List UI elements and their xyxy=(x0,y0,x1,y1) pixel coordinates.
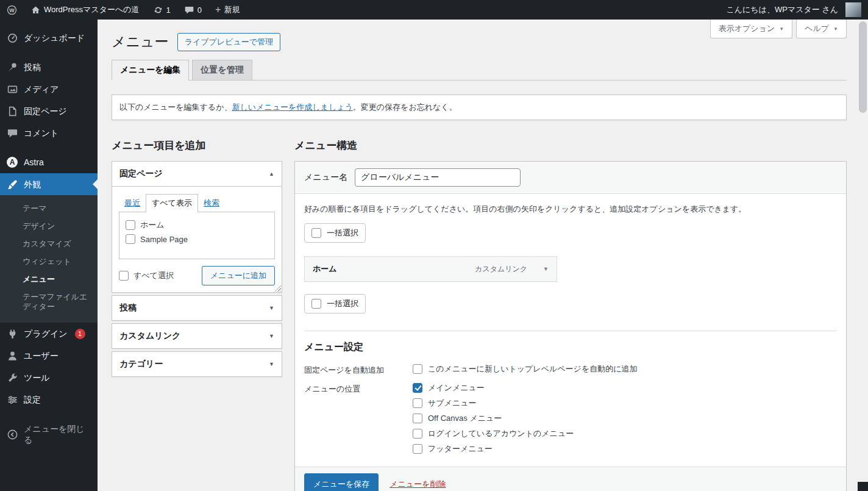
auto-add-row: 固定ページを自動追加 このメニューに新しいトップレベルページを自動的に追加 xyxy=(304,364,837,376)
pages-accordion-body: 最近 すべて表示 検索 ホーム Sample Page xyxy=(112,194,282,292)
tab-edit-menus[interactable]: メニューを編集 xyxy=(112,60,189,81)
location-option-footer[interactable]: フッターメニュー xyxy=(413,443,574,454)
menu-editor-box: メニュー名 好みの順番に各項目をドラッグしてください。項目の右側の矢印をクリック… xyxy=(294,161,847,491)
location-checkbox[interactable] xyxy=(413,444,422,454)
checkbox[interactable] xyxy=(126,220,135,230)
delete-menu-link[interactable]: メニューを削除 xyxy=(390,479,446,490)
tab-view-all[interactable]: すべて表示 xyxy=(146,194,198,212)
auto-add-checkbox[interactable] xyxy=(413,364,422,374)
submenu-item-theme-file-editor[interactable]: テーマファイルエディター xyxy=(0,288,98,315)
locations-options: メインメニュー サブメニュー Off Canvas メニュー xyxy=(413,382,574,454)
submenu-item-customize[interactable]: カスタマイズ xyxy=(0,235,98,253)
menu-structure-heading: メニュー構造 xyxy=(294,138,847,152)
bulk-select-control-top[interactable]: 一括選択 xyxy=(304,223,366,243)
sidebar-item-users[interactable]: ユーザー xyxy=(0,345,98,367)
sidebar-item-posts[interactable]: 投稿 xyxy=(0,56,98,78)
submenu-item-menus[interactable]: メニュー xyxy=(0,270,98,288)
location-label: メインメニュー xyxy=(428,382,485,393)
tab-search[interactable]: 検索 xyxy=(198,195,225,212)
scrollbar-corner xyxy=(858,482,868,491)
bulk-select-control-bottom[interactable]: 一括選択 xyxy=(304,294,366,314)
menu-name-label: メニュー名 xyxy=(304,172,347,183)
location-option-secondary[interactable]: サブメニュー xyxy=(413,398,574,409)
select-all-control[interactable]: すべて選択 xyxy=(119,270,174,281)
custom-links-accordion-header[interactable]: カスタムリンク ▼ xyxy=(112,324,282,348)
auto-add-option[interactable]: このメニューに新しいトップレベルページを自動的に追加 xyxy=(413,364,637,375)
page-icon xyxy=(6,105,18,117)
submenu-item-design[interactable]: デザイン xyxy=(0,217,98,235)
custom-links-accordion-title: カスタムリンク xyxy=(119,331,180,342)
add-to-menu-button[interactable]: メニューに追加 xyxy=(202,266,275,285)
submenu-item-themes[interactable]: テーマ xyxy=(0,199,98,217)
sidebar-item-plugins[interactable]: プラグイン 1 xyxy=(0,323,98,345)
bulk-select-label: 一括選択 xyxy=(327,298,358,309)
live-preview-button[interactable]: ライブプレビューで管理 xyxy=(177,33,280,51)
screen-options-button[interactable]: 表示オプション ▼ xyxy=(710,20,792,38)
tab-most-recent[interactable]: 最近 xyxy=(119,195,146,212)
new-content-menu[interactable]: + 新規 xyxy=(208,0,246,20)
account-menu[interactable]: こんにちは、WPマスター さん xyxy=(719,0,868,20)
bulk-select-checkbox[interactable] xyxy=(311,228,321,238)
auto-add-options: このメニューに新しいトップレベルページを自動的に追加 xyxy=(413,364,637,376)
collapse-menu-button[interactable]: メニューを閉じる xyxy=(0,418,98,450)
comments-menu[interactable]: 0 xyxy=(177,0,208,20)
location-option-account[interactable]: ログインしているアカウントのメニュー xyxy=(413,428,574,439)
location-checkbox[interactable] xyxy=(413,429,422,439)
site-menu[interactable]: WordPressマスターへの道 xyxy=(24,0,146,20)
checkbox[interactable] xyxy=(126,234,135,244)
scrollbar-track[interactable] xyxy=(858,20,868,491)
save-menu-button[interactable]: メニューを保存 xyxy=(304,473,379,491)
dashboard-icon xyxy=(6,32,18,44)
create-menu-link[interactable]: 新しいメニューを作成しましょう xyxy=(232,102,352,112)
tab-manage-locations[interactable]: 位置を管理 xyxy=(192,60,252,81)
help-button[interactable]: ヘルプ ▼ xyxy=(796,20,847,38)
sidebar-item-label: 外観 xyxy=(24,179,41,190)
menu-item-home[interactable]: ホーム カスタムリンク ▼ xyxy=(304,256,557,282)
notice-text: 以下のメニューを編集するか、 xyxy=(119,102,232,112)
posts-accordion-header[interactable]: 投稿 ▼ xyxy=(112,296,282,320)
location-option-offcanvas[interactable]: Off Canvas メニュー xyxy=(413,413,574,424)
page-list-item[interactable]: Sample Page xyxy=(126,232,268,246)
wrench-icon xyxy=(6,371,18,384)
sidebar-item-comments[interactable]: コメント xyxy=(0,122,98,144)
sidebar-item-tools[interactable]: ツール xyxy=(0,367,98,389)
updates-menu[interactable]: 1 xyxy=(146,0,177,20)
page-list-item[interactable]: ホーム xyxy=(126,218,268,232)
location-option-primary[interactable]: メインメニュー xyxy=(413,382,574,393)
updates-count: 1 xyxy=(166,5,171,15)
bulk-select-checkbox[interactable] xyxy=(311,299,321,309)
location-checkbox[interactable] xyxy=(413,398,422,408)
select-all-checkbox[interactable] xyxy=(119,271,129,281)
wp-logo-menu[interactable]: W xyxy=(0,0,24,20)
scrollbar-thumb[interactable] xyxy=(859,21,867,113)
location-checkbox[interactable] xyxy=(413,383,422,393)
user-icon xyxy=(6,349,18,362)
menu-name-input[interactable] xyxy=(355,168,521,187)
sidebar-item-label: ダッシュボード xyxy=(24,32,85,43)
admin-bar-left: W WordPressマスターへの道 1 0 xyxy=(0,0,246,20)
plugin-update-badge: 1 xyxy=(75,329,85,339)
admin-bar-right: こんにちは、WPマスター さん xyxy=(719,0,868,20)
sidebar-item-astra[interactable]: A Astra xyxy=(0,151,98,173)
paintbrush-icon xyxy=(6,178,18,190)
page-item-label: Sample Page xyxy=(140,235,188,244)
chevron-down-icon[interactable]: ▼ xyxy=(543,266,549,272)
sidebar-item-label: Astra xyxy=(24,157,44,168)
sidebar-item-media[interactable]: メディア xyxy=(0,78,98,100)
avatar xyxy=(845,2,861,17)
location-label: ログインしているアカウントのメニュー xyxy=(428,428,574,439)
menu-settings-heading: メニュー設定 xyxy=(304,341,837,354)
sidebar-item-label: 設定 xyxy=(24,394,41,405)
page-item-label: ホーム xyxy=(140,220,165,231)
sidebar-item-dashboard[interactable]: ダッシュボード xyxy=(0,27,98,49)
sidebar-item-appearance[interactable]: 外観 xyxy=(0,173,98,195)
screen-options-label: 表示オプション xyxy=(719,23,775,34)
categories-accordion-header[interactable]: カテゴリー ▼ xyxy=(112,352,282,376)
pages-tabs: 最近 すべて表示 検索 xyxy=(119,194,275,212)
submenu-item-widgets[interactable]: ウィジェット xyxy=(0,253,98,270)
sidebar-item-pages[interactable]: 固定ページ xyxy=(0,100,98,122)
pages-accordion-header[interactable]: 固定ページ ▲ xyxy=(112,162,282,187)
sidebar-item-settings[interactable]: 設定 xyxy=(0,389,98,410)
pushpin-icon xyxy=(6,61,18,73)
location-checkbox[interactable] xyxy=(413,414,422,423)
